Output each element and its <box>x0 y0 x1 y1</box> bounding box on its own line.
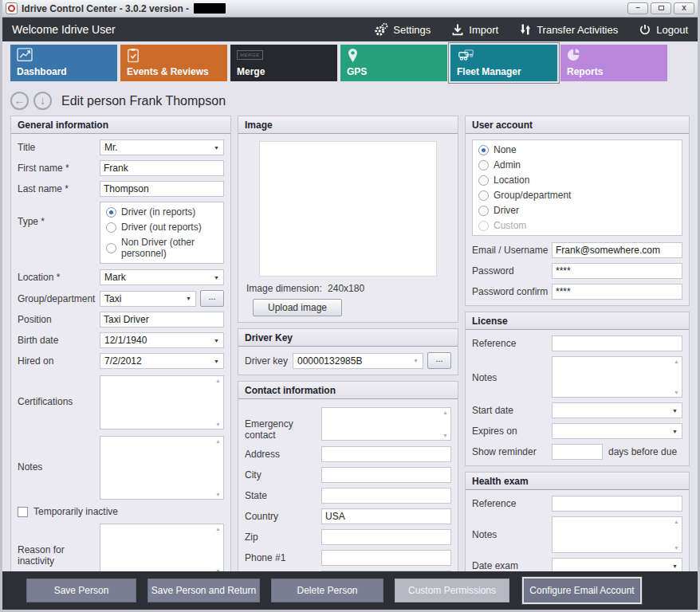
radio-non-driver-label: Non Driver (other personnel) <box>121 237 218 259</box>
group-department-select[interactable]: Taxi ▼ <box>100 291 196 307</box>
scroll-down-icon: ▼ <box>674 545 679 551</box>
driver-key-label: Driver key <box>245 355 293 367</box>
health-notes-textarea[interactable]: ▲ ▼ <box>552 516 682 553</box>
emergency-contact-label: Emergency contact <box>245 418 321 441</box>
password-input[interactable] <box>552 263 682 279</box>
page-title: Edit person Frank Thompson <box>61 94 226 108</box>
license-notes-textarea[interactable]: ▲ ▼ <box>552 356 682 398</box>
upload-image-button[interactable]: Upload image <box>253 299 342 316</box>
chevron-down-icon: ▼ <box>214 359 219 364</box>
password-label: Password <box>472 265 552 277</box>
certifications-textarea[interactable]: ▲ ▼ <box>100 375 224 430</box>
configure-email-account-button[interactable]: Configure Email Account <box>524 579 640 602</box>
phone1-input[interactable] <box>321 550 451 566</box>
health-reference-input[interactable] <box>552 496 682 512</box>
tab-events-reviews-label: Events & Reviews <box>127 66 209 77</box>
logout-label: Logout <box>656 24 688 36</box>
city-input[interactable] <box>321 467 451 483</box>
license-reminder-label: Show reminder <box>472 446 552 457</box>
expires-on-select[interactable]: ▼ <box>552 423 682 439</box>
radio-admin[interactable]: Admin <box>478 159 676 171</box>
dashboard-chart-icon <box>17 48 33 62</box>
tab-gps[interactable]: GPS <box>340 45 447 81</box>
health-exam-header: Health exam <box>466 473 689 490</box>
radio-location[interactable]: Location <box>478 175 676 186</box>
emergency-contact-textarea[interactable]: ▲ ▼ <box>321 407 451 441</box>
radio-driver-in-reports[interactable]: Driver (in reports) <box>106 206 218 218</box>
tab-merge[interactable]: MERGE Merge <box>230 45 337 81</box>
scroll-down-icon: ▼ <box>674 390 679 395</box>
minimize-button[interactable]: – <box>627 2 648 14</box>
save-person-and-return-button[interactable]: Save Person and Return <box>147 579 260 602</box>
chevron-down-icon: ▼ <box>672 408 678 414</box>
chevron-down-icon: ▼ <box>672 429 678 434</box>
radio-driver-in-reports-label: Driver (in reports) <box>121 206 195 218</box>
notes-textarea[interactable]: ▲ ▼ <box>100 436 224 500</box>
radio-non-driver[interactable]: Non Driver (other personnel) <box>106 237 218 259</box>
address-input[interactable] <box>321 446 451 462</box>
license-reminder-input[interactable] <box>552 444 603 460</box>
title-select[interactable]: Mr. ▼ <box>100 139 224 155</box>
zip-input[interactable] <box>321 529 451 545</box>
logout-button[interactable]: Logout <box>639 22 688 37</box>
reason-for-inactivity-label: Reason for inactivity <box>18 544 100 567</box>
temporarily-inactive-checkbox[interactable] <box>18 507 28 517</box>
save-person-button[interactable]: Save Person <box>26 579 136 602</box>
start-date-label: Start date <box>472 405 552 416</box>
last-name-input[interactable] <box>100 181 224 197</box>
tab-fleet-manager[interactable]: Fleet Manager <box>450 45 557 81</box>
title-label: Title <box>18 142 100 153</box>
tab-reports[interactable]: Reports <box>560 45 667 81</box>
radio-group-department[interactable]: Group/department <box>478 190 676 201</box>
temporarily-inactive-label: Temporarily inactive <box>33 506 118 517</box>
scroll-down-icon: ▼ <box>215 492 221 497</box>
password-confirm-input[interactable] <box>552 284 682 300</box>
radio-driver-out-reports[interactable]: Driver (out reports) <box>106 222 218 233</box>
license-reference-input[interactable] <box>552 335 682 351</box>
title-bar: Idrive Control Center - 3.0.2 version - … <box>2 0 698 18</box>
type-label: Type * <box>18 216 100 227</box>
transfer-activities-button[interactable]: Transfer Activities <box>519 22 618 37</box>
back-button[interactable]: ← <box>10 92 29 110</box>
driver-key-header: Driver Key <box>238 329 458 347</box>
close-button[interactable]: x <box>674 2 694 14</box>
location-select[interactable]: Mark ▼ <box>100 269 224 285</box>
tab-dashboard[interactable]: Dashboard <box>10 45 117 81</box>
date-exam-select[interactable]: ▼ <box>552 558 682 571</box>
reason-for-inactivity-textarea[interactable]: ▲ ▼ <box>100 524 224 571</box>
radio-none[interactable]: None <box>478 144 676 155</box>
hired-on-label: Hired on <box>18 355 100 367</box>
birth-date-select[interactable]: 12/1/1940 ▼ <box>100 332 224 348</box>
group-department-more-button[interactable]: ... <box>200 290 224 307</box>
scroll-up-icon: ▲ <box>215 438 221 444</box>
image-panel: Image Image dimension: 240x180 Upload im… <box>238 116 458 323</box>
radio-icon <box>478 160 489 171</box>
main-tabs: Dashboard Events & Reviews MERGE Merge G… <box>2 41 698 86</box>
radio-driver[interactable]: Driver <box>478 205 676 216</box>
radio-icon <box>478 190 489 201</box>
position-input[interactable] <box>100 312 224 328</box>
settings-button[interactable]: Settings <box>374 22 431 37</box>
health-exam-panel: Health exam Reference Notes ▲ ▼ D <box>465 472 690 571</box>
radio-location-label: Location <box>494 175 529 186</box>
country-input[interactable] <box>321 508 451 524</box>
delete-person-button[interactable]: Delete Person <box>271 579 383 602</box>
import-button[interactable]: Import <box>451 22 498 37</box>
state-input[interactable] <box>321 488 451 504</box>
hired-on-select[interactable]: 7/2/2012 ▼ <box>100 353 224 369</box>
driver-key-select[interactable]: 00000132985B ▼ <box>293 353 423 369</box>
date-exam-label: Date exam <box>472 560 552 571</box>
import-label: Import <box>469 24 498 36</box>
email-username-input[interactable] <box>552 242 682 258</box>
start-date-select[interactable]: ▼ <box>552 402 682 418</box>
gear-icon <box>374 22 388 37</box>
driver-key-more-button[interactable]: ... <box>427 352 451 369</box>
footer-action-bar: Save Person Save Person and Return Delet… <box>2 571 698 610</box>
down-button[interactable]: ↓ <box>33 92 52 110</box>
tab-events-reviews[interactable]: Events & Reviews <box>120 45 227 81</box>
type-radio-group: Driver (in reports) Driver (out reports)… <box>100 202 224 264</box>
scroll-up-icon: ▲ <box>442 410 448 415</box>
maximize-button[interactable] <box>651 2 671 14</box>
license-notes-label: Notes <box>472 372 552 383</box>
first-name-input[interactable] <box>100 160 224 176</box>
